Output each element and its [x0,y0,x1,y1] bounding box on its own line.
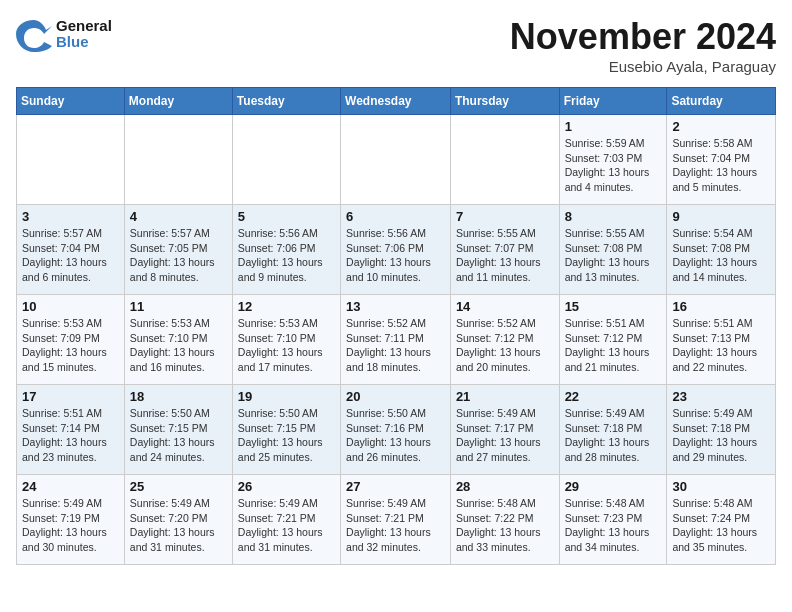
day-number: 21 [456,389,554,404]
day-info: Sunrise: 5:49 AM Sunset: 7:21 PM Dayligh… [238,496,335,555]
day-number: 19 [238,389,335,404]
day-number: 30 [672,479,770,494]
day-info: Sunrise: 5:48 AM Sunset: 7:24 PM Dayligh… [672,496,770,555]
day-number: 10 [22,299,119,314]
day-number: 16 [672,299,770,314]
day-number: 26 [238,479,335,494]
day-info: Sunrise: 5:50 AM Sunset: 7:15 PM Dayligh… [238,406,335,465]
day-number: 9 [672,209,770,224]
calendar-cell [450,115,559,205]
day-number: 7 [456,209,554,224]
calendar-cell [232,115,340,205]
day-info: Sunrise: 5:55 AM Sunset: 7:07 PM Dayligh… [456,226,554,285]
calendar-cell: 18Sunrise: 5:50 AM Sunset: 7:15 PM Dayli… [124,385,232,475]
day-number: 1 [565,119,662,134]
day-info: Sunrise: 5:55 AM Sunset: 7:08 PM Dayligh… [565,226,662,285]
weekday-header: Tuesday [232,88,340,115]
logo-text-general: General [56,18,112,35]
day-info: Sunrise: 5:53 AM Sunset: 7:10 PM Dayligh… [130,316,227,375]
calendar-table: SundayMondayTuesdayWednesdayThursdayFrid… [16,87,776,565]
weekday-header: Saturday [667,88,776,115]
day-number: 12 [238,299,335,314]
calendar-cell [17,115,125,205]
day-info: Sunrise: 5:48 AM Sunset: 7:23 PM Dayligh… [565,496,662,555]
calendar-cell: 25Sunrise: 5:49 AM Sunset: 7:20 PM Dayli… [124,475,232,565]
day-number: 4 [130,209,227,224]
day-number: 6 [346,209,445,224]
weekday-header: Monday [124,88,232,115]
month-title: November 2024 [510,16,776,58]
calendar-cell: 6Sunrise: 5:56 AM Sunset: 7:06 PM Daylig… [341,205,451,295]
day-number: 5 [238,209,335,224]
calendar-cell: 11Sunrise: 5:53 AM Sunset: 7:10 PM Dayli… [124,295,232,385]
day-number: 24 [22,479,119,494]
calendar-header-row: SundayMondayTuesdayWednesdayThursdayFrid… [17,88,776,115]
day-number: 18 [130,389,227,404]
calendar-cell: 9Sunrise: 5:54 AM Sunset: 7:08 PM Daylig… [667,205,776,295]
day-info: Sunrise: 5:59 AM Sunset: 7:03 PM Dayligh… [565,136,662,195]
calendar-cell: 2Sunrise: 5:58 AM Sunset: 7:04 PM Daylig… [667,115,776,205]
day-number: 13 [346,299,445,314]
day-info: Sunrise: 5:50 AM Sunset: 7:16 PM Dayligh… [346,406,445,465]
calendar-cell: 16Sunrise: 5:51 AM Sunset: 7:13 PM Dayli… [667,295,776,385]
location: Eusebio Ayala, Paraguay [510,58,776,75]
calendar-cell: 29Sunrise: 5:48 AM Sunset: 7:23 PM Dayli… [559,475,667,565]
calendar-week-row: 10Sunrise: 5:53 AM Sunset: 7:09 PM Dayli… [17,295,776,385]
calendar-cell [124,115,232,205]
calendar-week-row: 24Sunrise: 5:49 AM Sunset: 7:19 PM Dayli… [17,475,776,565]
calendar-cell: 19Sunrise: 5:50 AM Sunset: 7:15 PM Dayli… [232,385,340,475]
calendar-cell: 1Sunrise: 5:59 AM Sunset: 7:03 PM Daylig… [559,115,667,205]
calendar-cell: 12Sunrise: 5:53 AM Sunset: 7:10 PM Dayli… [232,295,340,385]
day-info: Sunrise: 5:49 AM Sunset: 7:17 PM Dayligh… [456,406,554,465]
day-info: Sunrise: 5:49 AM Sunset: 7:20 PM Dayligh… [130,496,227,555]
calendar-cell: 26Sunrise: 5:49 AM Sunset: 7:21 PM Dayli… [232,475,340,565]
calendar-cell [341,115,451,205]
day-info: Sunrise: 5:53 AM Sunset: 7:09 PM Dayligh… [22,316,119,375]
day-number: 3 [22,209,119,224]
day-info: Sunrise: 5:51 AM Sunset: 7:14 PM Dayligh… [22,406,119,465]
day-info: Sunrise: 5:56 AM Sunset: 7:06 PM Dayligh… [346,226,445,285]
day-info: Sunrise: 5:50 AM Sunset: 7:15 PM Dayligh… [130,406,227,465]
day-info: Sunrise: 5:49 AM Sunset: 7:21 PM Dayligh… [346,496,445,555]
day-info: Sunrise: 5:54 AM Sunset: 7:08 PM Dayligh… [672,226,770,285]
title-block: November 2024 Eusebio Ayala, Paraguay [510,16,776,75]
day-info: Sunrise: 5:49 AM Sunset: 7:19 PM Dayligh… [22,496,119,555]
weekday-header: Thursday [450,88,559,115]
calendar-cell: 4Sunrise: 5:57 AM Sunset: 7:05 PM Daylig… [124,205,232,295]
day-info: Sunrise: 5:57 AM Sunset: 7:05 PM Dayligh… [130,226,227,285]
calendar-week-row: 17Sunrise: 5:51 AM Sunset: 7:14 PM Dayli… [17,385,776,475]
day-info: Sunrise: 5:49 AM Sunset: 7:18 PM Dayligh… [672,406,770,465]
day-info: Sunrise: 5:49 AM Sunset: 7:18 PM Dayligh… [565,406,662,465]
day-info: Sunrise: 5:52 AM Sunset: 7:11 PM Dayligh… [346,316,445,375]
day-info: Sunrise: 5:48 AM Sunset: 7:22 PM Dayligh… [456,496,554,555]
calendar-cell: 3Sunrise: 5:57 AM Sunset: 7:04 PM Daylig… [17,205,125,295]
calendar-cell: 15Sunrise: 5:51 AM Sunset: 7:12 PM Dayli… [559,295,667,385]
weekday-header: Wednesday [341,88,451,115]
day-number: 22 [565,389,662,404]
day-number: 25 [130,479,227,494]
calendar-week-row: 1Sunrise: 5:59 AM Sunset: 7:03 PM Daylig… [17,115,776,205]
calendar-cell: 17Sunrise: 5:51 AM Sunset: 7:14 PM Dayli… [17,385,125,475]
calendar-cell: 13Sunrise: 5:52 AM Sunset: 7:11 PM Dayli… [341,295,451,385]
calendar-cell: 20Sunrise: 5:50 AM Sunset: 7:16 PM Dayli… [341,385,451,475]
day-info: Sunrise: 5:58 AM Sunset: 7:04 PM Dayligh… [672,136,770,195]
calendar-cell: 30Sunrise: 5:48 AM Sunset: 7:24 PM Dayli… [667,475,776,565]
calendar-cell: 14Sunrise: 5:52 AM Sunset: 7:12 PM Dayli… [450,295,559,385]
day-number: 17 [22,389,119,404]
calendar-week-row: 3Sunrise: 5:57 AM Sunset: 7:04 PM Daylig… [17,205,776,295]
calendar-cell: 5Sunrise: 5:56 AM Sunset: 7:06 PM Daylig… [232,205,340,295]
day-info: Sunrise: 5:57 AM Sunset: 7:04 PM Dayligh… [22,226,119,285]
day-info: Sunrise: 5:52 AM Sunset: 7:12 PM Dayligh… [456,316,554,375]
day-info: Sunrise: 5:51 AM Sunset: 7:12 PM Dayligh… [565,316,662,375]
day-number: 2 [672,119,770,134]
day-number: 29 [565,479,662,494]
calendar-cell: 22Sunrise: 5:49 AM Sunset: 7:18 PM Dayli… [559,385,667,475]
day-number: 15 [565,299,662,314]
page-header: General Blue November 2024 Eusebio Ayala… [16,16,776,75]
calendar-cell: 27Sunrise: 5:49 AM Sunset: 7:21 PM Dayli… [341,475,451,565]
day-number: 27 [346,479,445,494]
calendar-cell: 24Sunrise: 5:49 AM Sunset: 7:19 PM Dayli… [17,475,125,565]
calendar-cell: 21Sunrise: 5:49 AM Sunset: 7:17 PM Dayli… [450,385,559,475]
logo-bird-icon [16,16,52,52]
day-number: 23 [672,389,770,404]
